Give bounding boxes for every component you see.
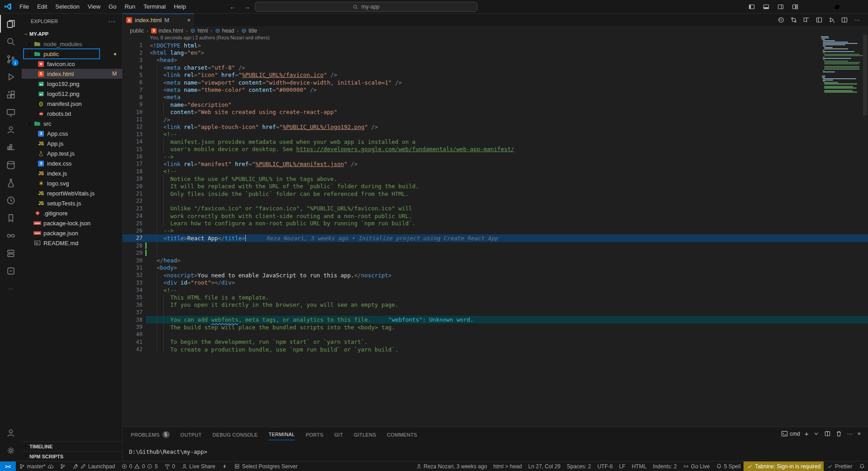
panel-tab-comments[interactable]: COMMENTS — [387, 431, 417, 440]
code-line-26[interactable]: 26 --> — [123, 227, 868, 234]
code-line-15[interactable]: 15 user's mobile device or desktop. See … — [123, 145, 868, 152]
tree-item-logo192-png[interactable]: logo192.png — [22, 79, 122, 89]
split-terminal-icon[interactable] — [824, 430, 831, 437]
panel-tab-git[interactable]: GIT — [334, 431, 343, 440]
more-actions-icon[interactable]: ··· — [852, 14, 863, 25]
line-number[interactable]: 18 — [123, 168, 143, 175]
status-go-live[interactable]: Go Live — [680, 461, 713, 471]
line-number[interactable]: 13 — [123, 131, 143, 138]
line-number[interactable]: 19 — [123, 176, 143, 182]
code-line-40[interactable]: 40 — [123, 331, 868, 338]
code-line-29[interactable]: 29 — [123, 249, 868, 257]
toggle-sidebar-icon[interactable] — [746, 1, 758, 13]
code-line-17[interactable]: 17 <link rel="manifest" href="%PUBLIC_UR… — [123, 160, 868, 167]
activity-search[interactable] — [0, 33, 22, 50]
explorer-more-actions-icon[interactable]: ··· — [108, 18, 116, 25]
tree-item-robots-txt[interactable]: robots.txt — [22, 109, 122, 119]
code-line-20[interactable]: 20 It will be replaced with the URL of t… — [123, 182, 868, 190]
tree-item-reportwebvitals-js[interactable]: JSreportWebVitals.js — [22, 188, 122, 198]
menu-file[interactable]: File — [15, 3, 33, 10]
line-number[interactable]: 38 — [123, 317, 143, 323]
line-number[interactable]: 33 — [123, 280, 143, 286]
line-number[interactable]: 10 — [123, 109, 143, 115]
open-preview-icon[interactable] — [801, 14, 812, 25]
code-line-30[interactable]: 30 </head> — [123, 257, 868, 264]
tree-item-index-js[interactable]: JSindex.js — [22, 168, 122, 178]
line-number[interactable]: 30 — [123, 257, 143, 264]
status-git-branch[interactable]: master* — [16, 461, 57, 471]
line-number[interactable]: 29 — [123, 250, 143, 256]
activity-bookmarks[interactable] — [0, 209, 22, 227]
code-line-1[interactable]: 1<!DOCTYPE html> — [123, 42, 868, 49]
line-number[interactable]: 16 — [123, 153, 143, 160]
tree-item-manifest-json[interactable]: {}manifest.json — [22, 99, 122, 109]
status-html-path[interactable]: html > head — [490, 461, 525, 471]
status-blame[interactable]: Reza Nozari, 3 weeks ago — [413, 461, 491, 471]
line-number[interactable]: 22 — [123, 198, 143, 204]
tree-item-public[interactable]: public● — [22, 49, 122, 59]
tab-index-html[interactable]: 5 index.html M × — [123, 14, 194, 26]
line-number[interactable]: 20 — [123, 183, 143, 190]
explorer-root-folder[interactable]: MY-APP — [22, 29, 122, 39]
terminal-dropdown-icon[interactable] — [813, 430, 820, 437]
line-number[interactable]: 27 — [123, 235, 143, 241]
line-number[interactable]: 17 — [123, 161, 143, 167]
tree-item-logo-svg[interactable]: logo.svg — [22, 178, 122, 188]
code-editor[interactable]: You, 8 seconds ago | 2 authors (Reza Noz… — [123, 35, 868, 427]
panel-tab-gitlens[interactable]: GITLENS — [354, 431, 376, 440]
status-postgres[interactable]: Select Postgres Server — [231, 461, 300, 471]
terminal-content[interactable]: D:\Github\React\my-app> — [129, 448, 207, 455]
code-line-24[interactable]: 24 work correctly both with client-side … — [123, 212, 868, 219]
status-thunder-client[interactable] — [219, 461, 231, 471]
line-number[interactable]: 23 — [123, 205, 143, 212]
activity-postgres-server[interactable] — [0, 244, 22, 262]
status-indentation[interactable]: Spaces: 2 — [564, 461, 594, 471]
minimize-button[interactable] — [806, 0, 826, 14]
activity-remote-explorer[interactable] — [0, 103, 22, 121]
line-number[interactable]: 28 — [123, 243, 143, 249]
code-line-14[interactable]: 14 manifest.json provides metadata used … — [123, 138, 868, 145]
tree-item-src[interactable]: src — [22, 119, 122, 128]
code-line-19[interactable]: 19 Notice the use of %PUBLIC_URL% in the… — [123, 175, 868, 182]
status-tabnine[interactable]: Tabnine: Sign-in is required — [744, 461, 824, 471]
line-number[interactable]: 15 — [123, 146, 143, 152]
customize-layout-icon[interactable] — [789, 1, 801, 13]
code-line-4[interactable]: 4 <meta charset="utf-8" /> — [123, 64, 868, 71]
toggle-secondary-sidebar-icon[interactable] — [775, 1, 787, 13]
panel-tab-output[interactable]: OUTPUT — [181, 431, 202, 440]
section-timeline[interactable]: TIMELINE — [22, 441, 122, 451]
code-line-34[interactable]: 34 <!-- — [123, 286, 868, 294]
tree-item-readme-md[interactable]: M↓README.md — [22, 238, 122, 248]
activity-timeline-clock[interactable] — [0, 191, 22, 209]
line-number[interactable]: 34 — [123, 287, 143, 293]
status-gitlens-compare[interactable] — [57, 461, 69, 471]
activity-infinity[interactable] — [0, 227, 22, 244]
line-number[interactable]: 41 — [123, 339, 143, 345]
code-line-38[interactable]: 38 You can add webfonts, meta tags, or a… — [123, 316, 868, 323]
code-line-32[interactable]: 32 <noscript>You need to enable JavaScri… — [123, 271, 868, 279]
line-number[interactable]: 25 — [123, 220, 143, 227]
menu-edit[interactable]: Edit — [33, 3, 51, 10]
breadcrumb-title[interactable]: title — [241, 28, 257, 34]
panel-tab-ports[interactable]: PORTS — [305, 431, 323, 440]
tree-item--gitignore[interactable]: .gitignore — [22, 208, 122, 218]
activity-run-and-debug[interactable] — [0, 68, 22, 86]
panel-tab-debug-console[interactable]: DEBUG CONSOLE — [213, 431, 258, 440]
activity-account[interactable] — [0, 424, 22, 442]
line-number[interactable]: 32 — [123, 272, 143, 278]
activity-extensions[interactable] — [0, 86, 22, 103]
code-line-27[interactable]: 27 <title>React App</title>Reza Nozari, … — [123, 234, 868, 242]
line-number[interactable]: 26 — [123, 228, 143, 234]
code-line-31[interactable]: 31 <body> — [123, 264, 868, 271]
layout-toggle-icon[interactable] — [814, 14, 825, 25]
activity-settings-gear[interactable] — [0, 442, 22, 459]
code-line-21[interactable]: 21 Only files inside the `public` folder… — [123, 190, 868, 197]
tree-item-package-lock-json[interactable]: npmpackage-lock.json — [22, 218, 122, 228]
minimap[interactable] — [821, 36, 862, 93]
line-number[interactable]: 5 — [123, 72, 143, 78]
code-line-12[interactable]: 12 <link rel="apple-touch-icon" href="%P… — [123, 123, 868, 130]
activity-explorer[interactable] — [0, 15, 22, 33]
line-number[interactable]: 3 — [123, 57, 143, 63]
status-cursor-position[interactable]: Ln 27, Col 29 — [525, 461, 563, 471]
line-number[interactable]: 9 — [123, 101, 143, 108]
